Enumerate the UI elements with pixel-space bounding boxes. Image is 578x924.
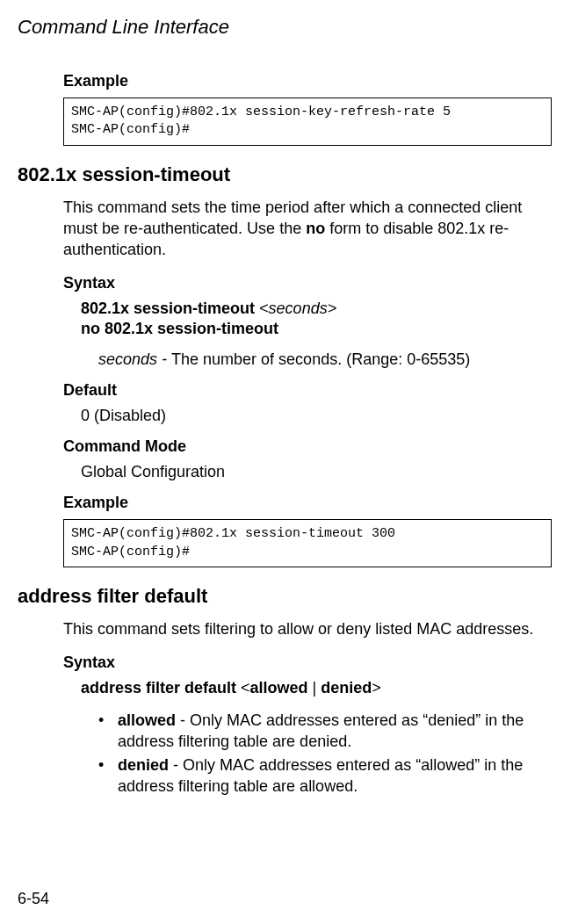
bullet2-bold: denied xyxy=(118,756,169,774)
command-description-2: This command sets filtering to allow or … xyxy=(63,618,552,639)
bullet1-bold: allowed xyxy=(118,711,176,729)
desc-bold: no xyxy=(306,220,325,237)
syntax2-b2: allowed xyxy=(250,679,313,697)
page-number: 6-54 xyxy=(18,890,49,908)
command-description-1: This command sets the time period after … xyxy=(63,197,552,261)
syntax-line-1a: 802.1x session-timeout <seconds> xyxy=(81,300,552,318)
bullet-dot-icon: • xyxy=(98,710,118,753)
chapter-title: Command Line Interface xyxy=(18,16,552,39)
syntax2-p1: < xyxy=(241,679,250,697)
bullet1-rest: - Only MAC addresses entered as “denied”… xyxy=(118,711,524,750)
syntax-bold-1b: no 802.1x session-timeout xyxy=(81,320,278,337)
default-value-1: 0 (Disabled) xyxy=(81,407,552,425)
syntax-ital-1a: <seconds> xyxy=(259,300,336,317)
syntax-bold-1a: 802.1x session-timeout xyxy=(81,300,259,317)
param-rest: The number of seconds. (Range: 0-65535) xyxy=(171,350,470,368)
example-label-2: Example xyxy=(63,494,552,512)
bullet-list: • allowed - Only MAC addresses entered a… xyxy=(98,710,552,797)
param-ital: seconds - xyxy=(98,350,171,368)
bullet-item-allowed: • allowed - Only MAC addresses entered a… xyxy=(98,710,552,753)
mode-value-1: Global Configuration xyxy=(81,463,552,481)
code-block-2: SMC-AP(config)#802.1x session-timeout 30… xyxy=(63,519,552,567)
bullet-dot-icon: • xyxy=(98,754,118,798)
mode-label-1: Command Mode xyxy=(63,437,552,456)
syntax-label-1: Syntax xyxy=(63,274,552,292)
syntax-line-1b: no 802.1x session-timeout xyxy=(81,320,552,338)
syntax2-p3: > xyxy=(372,679,381,697)
syntax-line-2: address filter default <allowed | denied… xyxy=(81,679,552,697)
syntax2-b3: denied xyxy=(321,679,372,697)
bullet-item-denied: • denied - Only MAC addresses entered as… xyxy=(98,754,552,798)
bullet2-rest: - Only MAC addresses entered as “allowed… xyxy=(118,756,523,795)
syntax-label-2: Syntax xyxy=(63,653,552,672)
default-label-1: Default xyxy=(63,381,552,400)
param-line-1: seconds - The number of seconds. (Range:… xyxy=(98,350,552,369)
example-label-1: Example xyxy=(63,72,552,90)
code-block-1: SMC-AP(config)#802.1x session-key-refres… xyxy=(63,97,552,146)
command-heading-session-timeout: 802.1x session-timeout xyxy=(18,163,552,186)
syntax2-b1: address filter default xyxy=(81,679,241,697)
command-heading-address-filter: address filter default xyxy=(18,585,552,608)
syntax2-p2: | xyxy=(313,679,322,697)
